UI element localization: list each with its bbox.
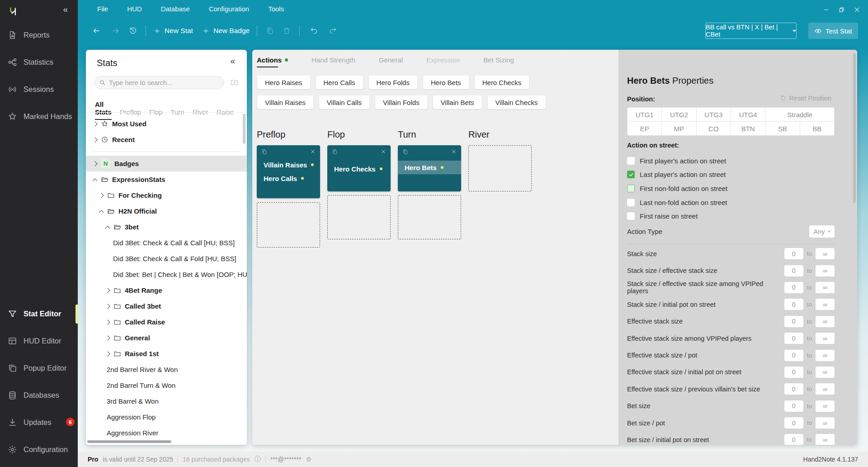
range-from-input[interactable]: 0: [784, 350, 803, 361]
action-chip-hero-folds[interactable]: Hero Folds: [369, 76, 417, 89]
new-stat-button[interactable]: New Stat: [154, 24, 193, 37]
empty-action-slot[interactable]: [257, 202, 320, 248]
card-action-hero-checks[interactable]: Hero Checks: [327, 162, 391, 176]
range-to-input[interactable]: ∞: [816, 400, 835, 412]
position-mp[interactable]: MP: [662, 122, 696, 135]
range-to-input[interactable]: ∞: [816, 367, 835, 378]
restore-button[interactable]: [834, 4, 849, 15]
account-settings-icon[interactable]: ⚙: [306, 456, 311, 463]
minimize-button[interactable]: [818, 4, 834, 15]
tree-item[interactable]: Called Raise: [86, 314, 247, 330]
range-to-input[interactable]: ∞: [816, 350, 835, 361]
action-card[interactable]: Villain RaisesHero Calls: [257, 145, 320, 198]
range-from-input[interactable]: 0: [784, 383, 803, 395]
menu-file[interactable]: File: [97, 5, 108, 13]
menu-tools[interactable]: Tools: [268, 5, 284, 13]
menu-hud[interactable]: HUD: [127, 5, 142, 13]
range-to-input[interactable]: ∞: [816, 282, 835, 293]
position-btn[interactable]: BTN: [731, 122, 765, 135]
position-bb[interactable]: BB: [800, 122, 834, 135]
sidebar-collapse-button[interactable]: «: [63, 5, 68, 14]
tab-hand-strength[interactable]: Hand Strength: [311, 52, 355, 69]
position-sb[interactable]: SB: [765, 122, 799, 135]
close-button[interactable]: [849, 4, 864, 15]
range-to-input[interactable]: ∞: [816, 248, 835, 259]
action-chip-hero-calls[interactable]: Hero Calls: [316, 76, 363, 89]
duplicate-icon[interactable]: [402, 149, 408, 155]
range-to-input[interactable]: ∞: [816, 316, 835, 327]
position-ep[interactable]: EP: [627, 122, 661, 135]
stat-preset-dropdown[interactable]: BB call vs BTN | X | Bet | CBet: [705, 23, 797, 39]
range-from-input[interactable]: 0: [784, 333, 803, 344]
undo-button[interactable]: [308, 24, 321, 37]
tree-item[interactable]: Aggression Flop: [86, 409, 247, 425]
test-stat-button[interactable]: Test Stat: [808, 23, 858, 39]
tree-item[interactable]: 2nd Barrel Turn & Won: [86, 377, 247, 393]
checkbox-partial[interactable]: [627, 185, 635, 192]
tree-item[interactable]: Recent: [86, 132, 247, 148]
sidebar-item-sessions[interactable]: Sessions: [0, 80, 78, 99]
range-from-input[interactable]: 0: [784, 316, 803, 327]
tab-actions[interactable]: Actions: [257, 52, 288, 69]
tree-item[interactable]: NBadges: [86, 156, 247, 172]
tab-bet-sizing[interactable]: Bet Sizing: [483, 52, 514, 69]
card-action-hero-calls[interactable]: Hero Calls: [257, 172, 320, 185]
sidebar-item-databases[interactable]: Databases: [0, 386, 78, 405]
sidebar-item-stat-editor[interactable]: Stat Editor: [0, 304, 78, 323]
tree-item[interactable]: General: [86, 330, 247, 346]
duplicate-icon[interactable]: [332, 149, 338, 155]
action-chip-hero-bets[interactable]: Hero Bets: [423, 76, 469, 89]
empty-action-slot[interactable]: [398, 195, 461, 239]
tree-vertical-scrollbar[interactable]: [243, 114, 245, 144]
position-co[interactable]: CO: [697, 122, 731, 135]
copy-button[interactable]: [264, 24, 276, 37]
tree-item[interactable]: H2N Official: [86, 203, 247, 219]
close-icon[interactable]: [310, 149, 316, 154]
tree-item[interactable]: 3bet: [86, 219, 247, 235]
delete-button[interactable]: [280, 24, 293, 37]
empty-action-slot[interactable]: [327, 195, 391, 239]
tree-item[interactable]: 4Bet Range: [86, 282, 247, 298]
sidebar-item-configuration[interactable]: Configuration: [0, 440, 78, 459]
range-to-input[interactable]: ∞: [816, 265, 835, 276]
action-type-dropdown[interactable]: Any: [809, 225, 835, 238]
stats-panel-collapse-button[interactable]: «: [230, 56, 235, 66]
action-card[interactable]: Hero Checks: [327, 145, 391, 191]
card-action-villain-raises[interactable]: Villain Raises: [257, 158, 320, 172]
action-chip-hero-raises[interactable]: Hero Raises: [257, 76, 310, 89]
tree-item[interactable]: Called 3bet: [86, 298, 247, 314]
tree-item[interactable]: Did 3Bet: Check & Call & Fold [HU; BSS]: [86, 251, 247, 267]
tree-horizontal-scrollbar[interactable]: [87, 440, 171, 443]
range-to-input[interactable]: ∞: [816, 383, 835, 395]
properties-scrollbar[interactable]: [853, 53, 856, 203]
tab-expression[interactable]: Expression: [426, 52, 460, 69]
range-to-input[interactable]: ∞: [816, 434, 835, 445]
action-chip-villain-raises[interactable]: Villain Raises: [257, 95, 313, 109]
range-to-input[interactable]: ∞: [816, 333, 835, 344]
position-straddle[interactable]: Straddle: [765, 108, 834, 121]
menu-database[interactable]: Database: [161, 5, 190, 13]
close-icon[interactable]: [381, 149, 386, 154]
sidebar-item-marked-hands[interactable]: Marked Hands: [0, 107, 78, 126]
back-button[interactable]: [90, 24, 103, 37]
action-chip-villain-calls[interactable]: Villain Calls: [319, 95, 369, 109]
close-icon[interactable]: [451, 149, 457, 154]
range-from-input[interactable]: 0: [784, 417, 803, 429]
position-utg3[interactable]: UTG3: [697, 108, 731, 121]
tree-item[interactable]: For Checking: [86, 187, 247, 203]
sidebar-item-popup-editor[interactable]: Popup Editor: [0, 358, 78, 377]
range-from-input[interactable]: 0: [784, 434, 803, 445]
tree-item[interactable]: Aggression River: [86, 425, 247, 441]
duplicate-icon[interactable]: [261, 149, 267, 155]
action-chip-villain-bets[interactable]: Villain Bets: [433, 95, 482, 109]
range-from-input[interactable]: 0: [784, 299, 803, 310]
search-input[interactable]: [109, 79, 213, 86]
checkbox-unchecked[interactable]: [627, 199, 635, 206]
sidebar-item-reports[interactable]: Reports: [0, 25, 78, 44]
menu-configuration[interactable]: Configuration: [209, 5, 249, 13]
range-from-input[interactable]: 0: [784, 265, 803, 276]
action-chip-villain-checks[interactable]: Villain Checks: [488, 95, 546, 109]
action-chip-hero-checks[interactable]: Hero Checks: [475, 76, 529, 89]
sidebar-item-hud-editor[interactable]: HUD Editor: [0, 331, 78, 350]
history-button[interactable]: [127, 24, 139, 37]
